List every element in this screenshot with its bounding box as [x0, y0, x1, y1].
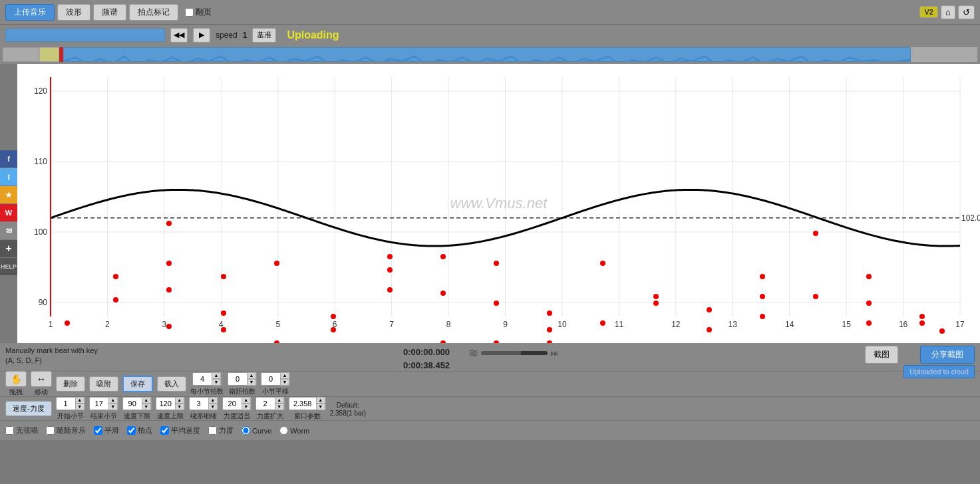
main-chart[interactable] [17, 64, 980, 343]
home-button[interactable]: ⌂ [941, 5, 955, 19]
move-icon[interactable]: ↔ [31, 371, 52, 387]
avg-speed-checkbox[interactable] [160, 426, 169, 435]
start-bar-group: ▲ ▼ 开始小节 [56, 397, 85, 421]
loose-beat-field[interactable] [228, 375, 247, 383]
bar-shift-field[interactable] [261, 375, 280, 383]
smooth-checkbox[interactable] [94, 426, 102, 435]
curve-radio[interactable] [242, 426, 250, 435]
end-bar-down[interactable]: ▼ [108, 404, 118, 410]
random-music-checkbox[interactable] [46, 426, 55, 435]
delete-button[interactable]: 删除 [56, 376, 85, 392]
no-chord-checkbox[interactable] [5, 426, 14, 435]
end-bar-up[interactable]: ▲ [108, 397, 118, 404]
split-share-button[interactable]: 分享截图 [920, 346, 975, 364]
waveform-button[interactable]: 波形 [57, 4, 90, 21]
start-bar-input[interactable]: ▲ ▼ [56, 397, 85, 410]
beats-per-bar-down[interactable]: ▼ [212, 379, 221, 386]
time-total: 0:00:38.452 [403, 359, 450, 372]
force-checkbox[interactable] [208, 426, 217, 435]
twitter-button[interactable]: t [0, 168, 17, 185]
window-down[interactable]: ▼ [316, 404, 325, 410]
force-smooth-field[interactable] [223, 400, 242, 408]
bar-shift-down[interactable]: ▼ [280, 379, 289, 386]
waveform-blue[interactable] [63, 47, 911, 62]
beats-per-bar-input[interactable]: ▲ ▼ [192, 372, 222, 386]
force-amp-field[interactable] [256, 400, 275, 408]
star-button[interactable]: ★ [0, 186, 17, 203]
flip-checkbox[interactable] [185, 8, 194, 17]
force-amp-up[interactable]: ▲ [275, 397, 284, 404]
speed-low-down[interactable]: ▼ [142, 404, 151, 410]
speed-high-up[interactable]: ▲ [175, 397, 184, 404]
uploading-text: Uploading [287, 29, 339, 41]
line-thin-label: 绕系细细 [190, 412, 217, 421]
window-field[interactable] [289, 400, 316, 408]
loose-beat-up[interactable]: ▲ [247, 372, 256, 379]
bar-shift-input[interactable]: ▲ ▼ [261, 372, 290, 386]
adsorb-button[interactable]: 吸附 [89, 376, 118, 392]
load-button[interactable]: 载入 [157, 376, 186, 392]
instruction-line2: (A, S, D, F) [5, 356, 98, 366]
spectrum-button[interactable]: 频谱 [93, 4, 126, 21]
prev-button[interactable]: ◀◀ [170, 28, 188, 43]
drag-icon[interactable]: ✋ [5, 371, 27, 387]
apply-button[interactable]: 基准 [252, 28, 276, 43]
speed-force-button[interactable]: 速度-力度 [5, 401, 52, 416]
play-button[interactable]: ▶ [193, 28, 210, 43]
worm-radio[interactable] [279, 426, 288, 435]
uploaded-cloud-label: Uploaded to cloud [903, 365, 975, 378]
line-thin-field[interactable] [190, 400, 208, 408]
speed-low-up[interactable]: ▲ [142, 397, 151, 404]
facebook-button[interactable]: f [0, 150, 17, 168]
avg-speed-label: 平均速度 [171, 425, 200, 435]
line-thin-input[interactable]: ▲ ▼ [189, 397, 218, 410]
drag-group: ✋ 拖拽 [5, 371, 27, 397]
loose-beat-down[interactable]: ▼ [247, 379, 256, 386]
beat-point-checkbox[interactable] [127, 426, 136, 435]
loose-beat-arrows: ▲ ▼ [247, 372, 256, 386]
refresh-button[interactable]: ↺ [958, 5, 975, 19]
flip-checkbox-group: 翻页 [185, 7, 212, 18]
cut-button[interactable]: 截图 [865, 346, 898, 364]
smooth-item: 平滑 [94, 425, 119, 435]
speed-low-input[interactable]: ▲ ▼ [122, 397, 152, 410]
force-smooth-input[interactable]: ▲ ▼ [222, 397, 251, 410]
time-display: 0:00:00.000 0:00:38.452 [403, 346, 450, 372]
window-up[interactable]: ▲ [316, 397, 325, 404]
help-button[interactable]: HELP [0, 258, 17, 275]
force-amp-group: ▲ ▼ 力度扩大 [255, 397, 285, 421]
force-smooth-up[interactable]: ▲ [242, 397, 251, 404]
start-bar-up[interactable]: ▲ [75, 397, 84, 404]
end-bar-input[interactable]: ▲ ▼ [89, 397, 118, 410]
speed-high-input[interactable]: ▲ ▼ [156, 397, 185, 410]
end-bar-field[interactable] [90, 400, 108, 408]
song-name-input[interactable]: 奏奏16布明夫奏 [5, 29, 165, 42]
window-input[interactable]: ▲ ▼ [289, 397, 326, 410]
speed-low-field[interactable] [123, 400, 142, 408]
loose-beat-label: 箱距拍数 [229, 387, 255, 396]
random-music-label: 随随音乐 [57, 425, 86, 435]
plus-button[interactable]: + [0, 240, 17, 257]
start-bar-down[interactable]: ▼ [75, 404, 84, 410]
line-thin-up[interactable]: ▲ [208, 397, 218, 404]
weibo-button[interactable]: W [0, 204, 17, 221]
beat-mark-button[interactable]: 拍点标记 [129, 4, 178, 21]
force-smooth-down[interactable]: ▼ [242, 404, 251, 410]
force-amp-down[interactable]: ▼ [275, 404, 284, 410]
top-right-icons: V2 ⌂ ↺ [919, 5, 975, 19]
loose-beat-input[interactable]: ▲ ▼ [228, 372, 257, 386]
upload-music-button[interactable]: 上传音乐 [5, 4, 55, 21]
line-thin-down[interactable]: ▼ [208, 404, 218, 410]
bar-shift-up[interactable]: ▲ [280, 372, 289, 379]
email-button[interactable]: ✉ [0, 222, 17, 239]
audio-end-icon: ⏭ [550, 348, 560, 358]
v2-button[interactable]: V2 [919, 6, 937, 18]
volume-slider[interactable] [481, 351, 548, 355]
beats-per-bar-field[interactable] [193, 375, 212, 383]
beats-per-bar-up[interactable]: ▲ [212, 372, 221, 379]
force-amp-input[interactable]: ▲ ▼ [255, 397, 285, 410]
start-bar-field[interactable] [57, 400, 75, 408]
save-button[interactable]: 保存 [122, 376, 153, 392]
speed-high-down[interactable]: ▼ [175, 404, 184, 410]
speed-high-field[interactable] [156, 400, 175, 408]
